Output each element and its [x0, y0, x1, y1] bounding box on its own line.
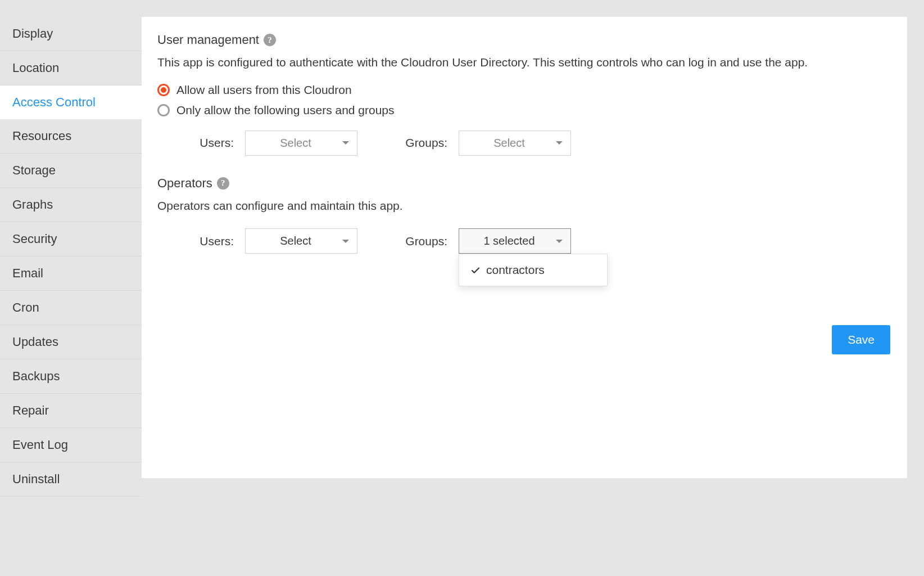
- sidebar-item-cron[interactable]: Cron: [0, 291, 142, 325]
- radio-allow-all-label: Allow all users from this Cloudron: [176, 83, 352, 97]
- dropdown-item-contractors[interactable]: contractors: [459, 254, 607, 286]
- sidebar-item-display[interactable]: Display: [0, 17, 142, 51]
- caret-down-icon: [556, 141, 563, 145]
- dropdown-item-label: contractors: [486, 263, 545, 277]
- caret-down-icon: [556, 240, 563, 243]
- sidebar-item-graphs[interactable]: Graphs: [0, 188, 142, 222]
- um-users-label: Users:: [189, 136, 234, 150]
- help-icon[interactable]: ?: [217, 177, 229, 190]
- um-groups-group: Groups: Select: [402, 130, 571, 156]
- radio-allow-all[interactable]: [157, 84, 170, 96]
- um-groups-label: Groups:: [402, 136, 447, 150]
- um-users-select[interactable]: Select: [245, 130, 357, 156]
- sidebar-item-security[interactable]: Security: [0, 222, 142, 256]
- user-management-heading: User management ?: [157, 33, 890, 47]
- sidebar-item-location[interactable]: Location: [0, 51, 142, 86]
- user-management-description: This app is configured to authenticate w…: [157, 53, 890, 72]
- radio-only-allow-row[interactable]: Only allow the following users and group…: [157, 104, 890, 117]
- um-users-select-text: Select: [280, 137, 311, 149]
- operators-heading: Operators ?: [157, 176, 890, 191]
- caret-down-icon: [342, 240, 349, 243]
- main-content: User management ? This app is configured…: [142, 0, 924, 576]
- operators-title: Operators: [157, 176, 212, 191]
- um-groups-select[interactable]: Select: [459, 130, 571, 156]
- user-management-title: User management: [157, 33, 259, 47]
- sidebar-item-backups[interactable]: Backups: [0, 359, 142, 394]
- op-users-select-text: Select: [280, 235, 311, 247]
- op-users-label: Users:: [189, 235, 234, 248]
- op-groups-dropdown: contractors: [459, 254, 608, 286]
- sidebar-item-email[interactable]: Email: [0, 256, 142, 291]
- op-groups-select[interactable]: 1 selected: [459, 228, 571, 254]
- sidebar-item-storage[interactable]: Storage: [0, 154, 142, 188]
- op-users-select[interactable]: Select: [245, 228, 357, 254]
- sidebar-item-event-log[interactable]: Event Log: [0, 428, 142, 462]
- settings-card: User management ? This app is configured…: [142, 17, 907, 478]
- user-management-fields: Users: Select Groups: Select: [189, 130, 890, 156]
- operators-description: Operators can configure and maintain thi…: [157, 196, 890, 215]
- sidebar-item-access-control[interactable]: Access Control: [0, 86, 142, 119]
- sidebar-item-updates[interactable]: Updates: [0, 325, 142, 359]
- save-button[interactable]: Save: [832, 325, 890, 354]
- op-groups-group: Groups: 1 selected: [402, 228, 571, 254]
- op-groups-label: Groups:: [402, 235, 447, 248]
- radio-allow-all-row[interactable]: Allow all users from this Cloudron: [157, 83, 890, 97]
- check-icon: [470, 265, 481, 275]
- sidebar: Display Location Access Control Resource…: [0, 0, 142, 576]
- um-groups-select-text: Select: [493, 137, 525, 149]
- operators-fields: Users: Select Groups: 1 selected: [189, 228, 890, 254]
- caret-down-icon: [342, 141, 349, 145]
- radio-only-allow-label: Only allow the following users and group…: [176, 104, 395, 117]
- sidebar-item-uninstall[interactable]: Uninstall: [0, 462, 142, 497]
- sidebar-item-resources[interactable]: Resources: [0, 119, 142, 154]
- sidebar-item-repair[interactable]: Repair: [0, 394, 142, 428]
- help-icon[interactable]: ?: [264, 34, 276, 46]
- radio-only-allow[interactable]: [157, 104, 170, 116]
- op-groups-select-text: 1 selected: [483, 235, 535, 247]
- op-users-group: Users: Select: [189, 228, 357, 254]
- um-users-group: Users: Select: [189, 130, 357, 156]
